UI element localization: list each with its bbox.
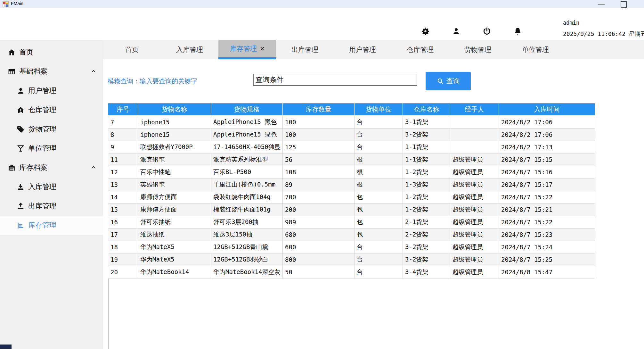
sidebar-item-filter[interactable]: 单位管理 xyxy=(0,139,103,158)
column-header-6[interactable]: 经手人 xyxy=(450,104,499,116)
table-cell: 3-2货架 xyxy=(403,129,450,141)
tab-4[interactable]: 用户管理 xyxy=(334,40,391,59)
tab-0[interactable]: 首页 xyxy=(103,40,161,59)
topbar: admin 2025/9/25 11:06:42 星期五 xyxy=(0,8,644,40)
table-cell: 超级管理员 xyxy=(450,241,499,253)
sidebar-item-upload[interactable]: 出库管理 xyxy=(0,196,103,216)
close-icon[interactable]: × xyxy=(260,45,265,53)
tab-7[interactable]: 单位管理 xyxy=(507,40,564,59)
table-cell: 680 xyxy=(283,229,355,241)
table-cell: 13 xyxy=(108,179,138,191)
sidebar-item-garage[interactable]: 库存档案 xyxy=(0,158,103,177)
table-cell: 康师傅方便面 xyxy=(138,191,211,204)
maximize-button[interactable] xyxy=(621,1,627,8)
table-cell: 108 xyxy=(283,166,355,179)
table-cell: 超级管理员 xyxy=(450,166,499,179)
sidebar-item-user[interactable]: 用户管理 xyxy=(0,81,103,100)
query-button[interactable]: 查询 xyxy=(426,72,471,90)
column-header-5[interactable]: 仓库名称 xyxy=(403,104,450,116)
sidebar-item-download[interactable]: 入库管理 xyxy=(0,177,103,196)
table-cell: 989 xyxy=(283,216,355,229)
sidebar-item-table[interactable]: 基础档案 xyxy=(0,62,103,81)
column-header-1[interactable]: 货物名称 xyxy=(138,104,211,116)
chevron-up-icon[interactable] xyxy=(90,68,97,75)
table-cell: 百乐中性笔 xyxy=(138,166,211,179)
table-row[interactable]: 14康师傅方便面袋装红烧牛肉面104g700包1-2货架超级管理员2024/8/… xyxy=(108,191,595,204)
table-cell: 超级管理员 xyxy=(450,216,499,229)
table-row[interactable]: 13英雄钢笔千里江山(橙色)0.5mm89根1-3货架超级管理员2024/8/7… xyxy=(108,179,595,191)
table-cell: 2024/8/7 15:22 xyxy=(499,216,595,229)
table-cell: 2024/8/2 17:13 xyxy=(499,141,595,154)
tab-1[interactable]: 入库管理 xyxy=(161,40,218,59)
table-cell xyxy=(450,141,499,154)
table-cell: 3-2货架 xyxy=(403,241,450,253)
table-cell: 2024/8/2 17:06 xyxy=(499,129,595,141)
tab-5[interactable]: 仓库管理 xyxy=(391,40,449,59)
table-cell: 89 xyxy=(283,179,355,191)
bell-icon[interactable] xyxy=(509,22,526,40)
tab-3[interactable]: 出库管理 xyxy=(276,40,334,59)
power-icon[interactable] xyxy=(478,22,496,40)
chart-icon xyxy=(17,221,25,229)
table-row[interactable]: 12百乐中性笔百乐BL-P500108根1-2货架超级管理员2024/8/7 1… xyxy=(108,166,595,179)
query-input[interactable] xyxy=(253,74,417,86)
table-row[interactable]: 8iphone15AppleiPhone15 绿色100台3-2货架2024/8… xyxy=(108,129,595,141)
column-header-7[interactable]: 入库时间 xyxy=(499,104,595,116)
table-cell: iphone15 xyxy=(138,116,211,129)
table-cell xyxy=(450,116,499,129)
table-cell: 派克钢笔 xyxy=(138,154,211,166)
column-header-4[interactable]: 货物单位 xyxy=(355,104,403,116)
table-row[interactable]: 16舒可乐抽纸舒可乐3层200抽989包2-1货架超级管理员2024/8/7 1… xyxy=(108,216,595,229)
sidebar-item-chart[interactable]: 库存管理 xyxy=(0,216,103,235)
table-cell: 舒可乐抽纸 xyxy=(138,216,211,229)
sidebar-item-label: 入库管理 xyxy=(28,182,56,192)
sidebar-item-label: 基础档案 xyxy=(19,67,47,76)
tab-label: 用户管理 xyxy=(349,45,376,54)
table-cell: 华为MateBook14 xyxy=(138,266,211,278)
table-cell: 20 xyxy=(108,266,138,278)
table-cell: 康师傅方便面 xyxy=(138,204,211,216)
sidebar-item-tag[interactable]: 货物管理 xyxy=(0,120,103,139)
table-cell: 200 xyxy=(283,204,355,216)
table-row[interactable]: 11派克钢笔派克精英系列标准型56根1-1货架超级管理员2024/8/7 15:… xyxy=(108,154,595,166)
table-cell: 包 xyxy=(355,229,403,241)
table-cell: 2024/8/7 15:24 xyxy=(499,241,595,253)
tab-2[interactable]: 库存管理× xyxy=(218,40,276,59)
table-row[interactable]: 19华为MateX512GB+512GB羽砂白800台3-2货架超级管理员202… xyxy=(108,253,595,266)
download-icon xyxy=(17,183,25,191)
table-cell: 根 xyxy=(355,179,403,191)
table-cell: 800 xyxy=(283,253,355,266)
table-cell: 1-2货架 xyxy=(403,166,450,179)
user-icon[interactable] xyxy=(447,22,465,40)
table-cell: 桶装红烧牛肉面101g xyxy=(211,204,283,216)
table-cell: 56 xyxy=(283,154,355,166)
sidebar-item-warehouse[interactable]: 仓库管理 xyxy=(0,100,103,120)
tab-6[interactable]: 货物管理 xyxy=(449,40,507,59)
gear-icon[interactable] xyxy=(416,22,434,40)
table-cell: 16 xyxy=(108,216,138,229)
chevron-up-icon[interactable] xyxy=(90,164,97,171)
tab-label: 入库管理 xyxy=(176,45,203,54)
table-row[interactable]: 15康师傅方便面桶装红烧牛肉面101g200包1-2货架超级管理员2024/8/… xyxy=(108,204,595,216)
table-row[interactable]: 20华为MateBook14华为MateBook14深空灰50台3-4货架超级管… xyxy=(108,266,595,278)
home-icon xyxy=(8,48,16,56)
table-cell: 2024/8/7 15:22 xyxy=(499,191,595,204)
sidebar-item-label: 首页 xyxy=(19,47,33,57)
username-label: admin xyxy=(563,20,644,26)
tab-label: 仓库管理 xyxy=(407,45,434,54)
table-cell: 2024/8/8 15:47 xyxy=(499,266,595,278)
table-row[interactable]: 9联想拯救者Y7000Pi7-14650HX-4050独显125台1-1货架20… xyxy=(108,141,595,154)
table-row[interactable]: 7iphone15AppleiPhone15 黑色100台3-1货架2024/8… xyxy=(108,116,595,129)
user-icon xyxy=(17,87,25,95)
minimize-button[interactable] xyxy=(598,4,605,4)
column-header-3[interactable]: 库存数量 xyxy=(283,104,355,116)
table-row[interactable]: 17维达抽纸维达3层150抽680包2-2货架超级管理员2024/8/7 15:… xyxy=(108,229,595,241)
sidebar-item-home[interactable]: 首页 xyxy=(0,43,103,62)
table-row[interactable]: 18华为MateX512GB+512GB青山黛600台3-2货架超级管理员202… xyxy=(108,241,595,253)
table-cell: i7-14650HX-4050独显 xyxy=(211,141,283,154)
query-button-label: 查询 xyxy=(446,77,460,86)
column-header-2[interactable]: 货物规格 xyxy=(211,104,283,116)
column-header-0[interactable]: 序号 xyxy=(108,104,138,116)
tab-label: 库存管理 xyxy=(230,44,257,53)
topbar-icons xyxy=(416,22,526,40)
